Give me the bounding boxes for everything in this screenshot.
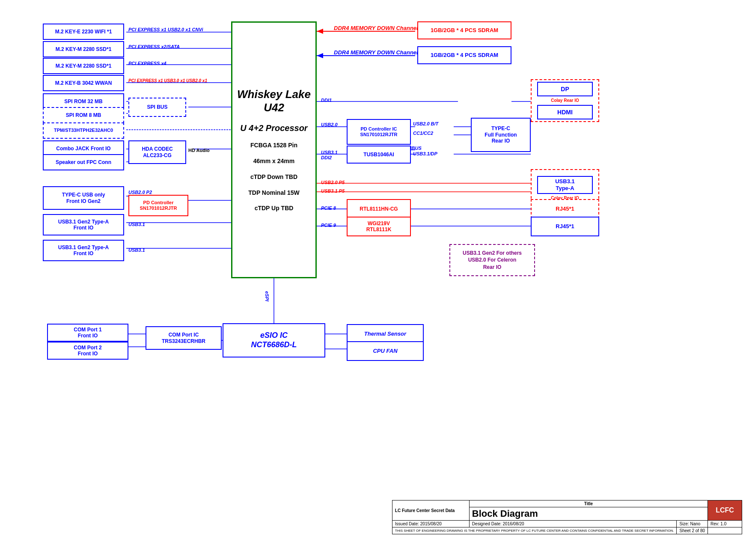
m2-wifi-box: M.2 KEY-E 2230 WIFI *1 (43, 24, 124, 40)
hdmi-box: HDMI (537, 105, 593, 119)
cpu-size: 46mm x 24mm (253, 158, 295, 165)
usb20p5-label: USB2.0 P5 (321, 180, 345, 185)
cpu-sub: U 4+2 Processor (240, 123, 307, 133)
usb-rear-note-box: USB3.1 Gen2 For others USB2.0 For Celero… (449, 244, 535, 276)
colay-rear-1: Colay Rear IO (551, 98, 579, 103)
m2-ssd1-box: M.2 KEY-M 2280 SSD*1 (43, 41, 124, 57)
espi-label: eSPI (265, 291, 270, 301)
cpu-name: Whiskey Lake U42 (234, 88, 314, 114)
m2-wifi-bus: PCI EXPRESS x1 USB2.0 x1 CNVi (128, 27, 203, 32)
title: Block Diagram (469, 507, 707, 521)
usb31-bus1-label: USB3.1 (128, 222, 145, 227)
com2-box: COM Port 2Front IO (47, 342, 128, 360)
rev: 1.0 (720, 521, 726, 526)
spi-bus-label: SPI BUS (147, 104, 167, 110)
spi-bus-box: SPI BUS (128, 98, 186, 117)
usb31-bus2-label: USB3.1 (128, 247, 145, 253)
m2-ssd2-box: M.2 KEY-M 2280 SSD*1 (43, 58, 124, 74)
spi-rom-8-box: SPI ROM 8 MB (43, 107, 124, 123)
usb31p5-label: USB3.1 P5 (321, 188, 345, 194)
svg-marker-15 (317, 29, 323, 34)
cc1cc2-label: CC1/CC2 (413, 131, 433, 136)
cpu-tdp-up: cTDP Up TBD (255, 205, 294, 212)
rj45-1-box: RJ45*1 (531, 199, 599, 219)
svg-marker-17 (317, 53, 323, 58)
ddi1-label: DDI1 (321, 98, 332, 103)
typec-front-box: TYPE-C USB onlyFront IO Gen2 (43, 186, 124, 210)
usb31-a1-box: USB3.1 Gen2 Type-AFront IO (43, 214, 124, 235)
cpu-package: FCBGA 1528 Pin (250, 142, 297, 149)
sheet-of: 80 (700, 528, 705, 533)
rj45-2-box: RJ45*1 (531, 217, 599, 236)
hda-codec-box: HDA CODECALC233-CG (128, 140, 186, 164)
m2-wwan-bus: PCI EXPRESS x1 USB3.0 x1 USB2.0 x1 (128, 78, 207, 83)
tusb-box: TUSB1046AI (347, 146, 411, 164)
footer-table: LC Future Center Secret Data Title LCFC … (392, 500, 742, 534)
esio-box: eSIO ICNCT6686D-L (223, 323, 325, 357)
usb31dp-label: USB3.1/DP (413, 151, 437, 156)
pd-ctrl-front-box: PD ControllerSN1701012RJTR (128, 195, 188, 216)
typec-rear-box: TYPE-CFull FunctionRear IO (471, 118, 531, 152)
dp-hdmi-group: DP Colay Rear IO HDMI (531, 79, 599, 122)
cpu-box: Whiskey Lake U42 U 4+2 Processor FCBGA 1… (231, 21, 317, 278)
m2-wwan-box: M.2 KEY-B 3042 WWAN (43, 75, 124, 91)
speaker-box: Speaker out FPC Conn (43, 154, 124, 170)
security-classification: LC Future Center Secret Data (395, 508, 455, 513)
usb31-typea-box: USB3.1Type-A (537, 176, 593, 194)
size: Nano (690, 521, 701, 526)
sheet: 2 (692, 528, 694, 533)
pd-ctrl-rear-box: PD Controller ICSN1701012RJTR (347, 119, 411, 145)
designed-date: 2016/08/20 (503, 521, 524, 526)
cpu-tdp-down: cTDP Down TBD (250, 173, 297, 181)
ddr4-b-label: DDR4 MEMORY DOWN Channel B (334, 49, 424, 56)
usb20-p2-label: USB2.0 P2 (128, 190, 152, 195)
wgi219v-box: WGI219VRTL8111K (347, 217, 411, 236)
pcie8-label: PCIE 8 (321, 206, 336, 211)
ddr4-a-label: DDR4 MEMORY DOWN Channel A (334, 25, 423, 31)
tpm-box: TPM/ST33HTPH2E32AHC0 (43, 122, 124, 139)
ddr4-a-box: 1GB/2GB * 4 PCS SDRAM (417, 21, 511, 39)
logo: LCFC (716, 506, 734, 514)
ddr4-b-box: 1GB/2GB * 4 PCS SDRAM (417, 46, 511, 64)
hd-audio-label: HD Audio (188, 148, 210, 153)
com-ic-box: COM Port ICTRS3243ECRHBR (146, 326, 222, 350)
com1-box: COM Port 1Front IO (47, 324, 128, 342)
usb31-a2-box: USB3.1 Gen2 Type-AFront IO (43, 240, 124, 261)
issued-date: 2015/08/20 (420, 521, 442, 526)
rtl8111-box: RTL8111HN-CG (347, 199, 411, 219)
cpu-tdp-nominal: TDP Nominal 15W (248, 189, 300, 197)
dp-box: DP (537, 82, 593, 96)
usb20bt-label: USB2.0 B/T (413, 121, 438, 126)
usb20-label: USB2.0 (321, 122, 338, 127)
pcie9-label: PCIE 9 (321, 223, 336, 228)
diagram-area: Whiskey Lake U42 U 4+2 Processor FCBGA 1… (0, 0, 755, 560)
cpu-fan-box: CPU FAN (347, 341, 424, 361)
m2-ssd1-bus: PCI EXPRESS x2/SATA (128, 44, 180, 49)
usb31-ddi2-label: USB3.1DDI2 (321, 150, 338, 160)
m2-ssd2-bus: PCI EXPRESS x4 (128, 61, 166, 66)
